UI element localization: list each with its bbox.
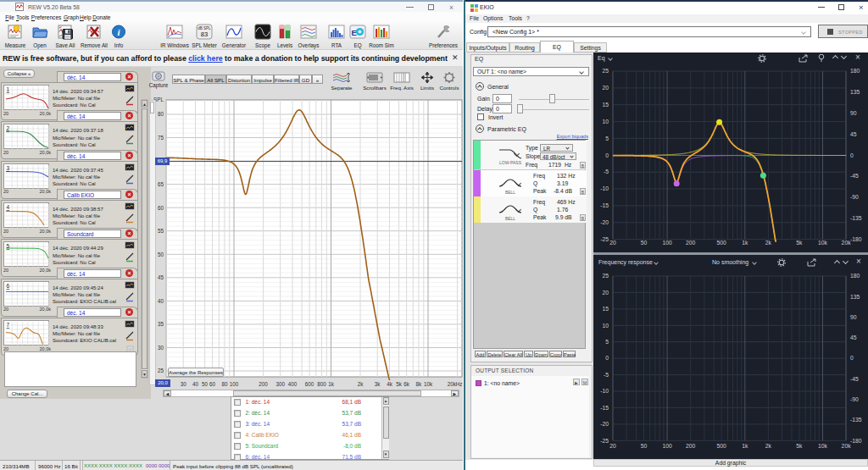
svg-text:5k: 5k <box>796 240 803 246</box>
svg-text:1k: 1k <box>742 240 748 246</box>
svg-text:0: 0 <box>850 152 854 158</box>
svg-text:20: 20 <box>602 85 609 91</box>
svg-text:-20: -20 <box>600 219 609 225</box>
svg-text:200: 200 <box>686 240 696 246</box>
svg-text:-15: -15 <box>600 202 609 208</box>
svg-text:20k: 20k <box>842 240 852 246</box>
svg-text:10: 10 <box>602 119 609 124</box>
svg-text:500: 500 <box>717 240 727 246</box>
svg-text:5: 5 <box>605 135 609 141</box>
svg-text:10k: 10k <box>818 443 828 449</box>
svg-text:-90: -90 <box>850 396 859 402</box>
svg-text:-5: -5 <box>604 372 609 378</box>
svg-text:135: 135 <box>850 89 860 95</box>
svg-text:10: 10 <box>602 323 609 329</box>
svg-text:-135: -135 <box>850 417 862 423</box>
svg-text:180: 180 <box>850 273 860 279</box>
svg-text:-15: -15 <box>600 405 609 411</box>
svg-text:-45: -45 <box>850 173 859 179</box>
svg-text:15: 15 <box>602 306 609 312</box>
svg-text:-90: -90 <box>850 194 859 200</box>
svg-text:15: 15 <box>602 102 609 108</box>
svg-text:25: 25 <box>602 68 609 74</box>
svg-text:100: 100 <box>662 240 672 246</box>
svg-text:0: 0 <box>850 355 854 361</box>
svg-text:-20: -20 <box>600 421 609 427</box>
svg-text:5: 5 <box>605 339 609 345</box>
svg-text:-45: -45 <box>850 376 859 382</box>
svg-text:0: 0 <box>605 152 609 158</box>
svg-text:135: 135 <box>850 294 860 300</box>
svg-text:90: 90 <box>850 314 857 320</box>
svg-text:-10: -10 <box>600 185 609 191</box>
svg-text:20k: 20k <box>842 443 852 449</box>
svg-text:20: 20 <box>609 240 616 246</box>
svg-text:-25: -25 <box>600 236 609 242</box>
svg-text:25: 25 <box>602 273 609 279</box>
svg-text:-25: -25 <box>600 438 609 444</box>
svg-text:10k: 10k <box>818 240 828 246</box>
svg-text:45: 45 <box>850 335 857 340</box>
svg-text:-135: -135 <box>850 215 862 221</box>
svg-text:-10: -10 <box>600 388 609 394</box>
svg-text:50: 50 <box>641 443 648 449</box>
svg-text:1k: 1k <box>742 443 748 449</box>
svg-text:200: 200 <box>686 443 696 449</box>
svg-text:20: 20 <box>609 443 616 449</box>
svg-text:90: 90 <box>850 110 857 116</box>
svg-text:-180: -180 <box>850 438 862 444</box>
svg-text:180: 180 <box>850 68 860 74</box>
svg-text:100: 100 <box>662 443 672 449</box>
svg-text:5k: 5k <box>796 443 803 449</box>
svg-text:2k: 2k <box>765 443 772 449</box>
svg-text:500: 500 <box>717 443 727 449</box>
svg-text:-5: -5 <box>604 169 609 174</box>
svg-text:45: 45 <box>850 131 857 137</box>
svg-text:20: 20 <box>602 290 609 296</box>
svg-text:50: 50 <box>641 240 648 246</box>
svg-text:-180: -180 <box>850 236 862 242</box>
svg-text:0: 0 <box>605 355 609 361</box>
svg-text:2k: 2k <box>765 240 772 246</box>
